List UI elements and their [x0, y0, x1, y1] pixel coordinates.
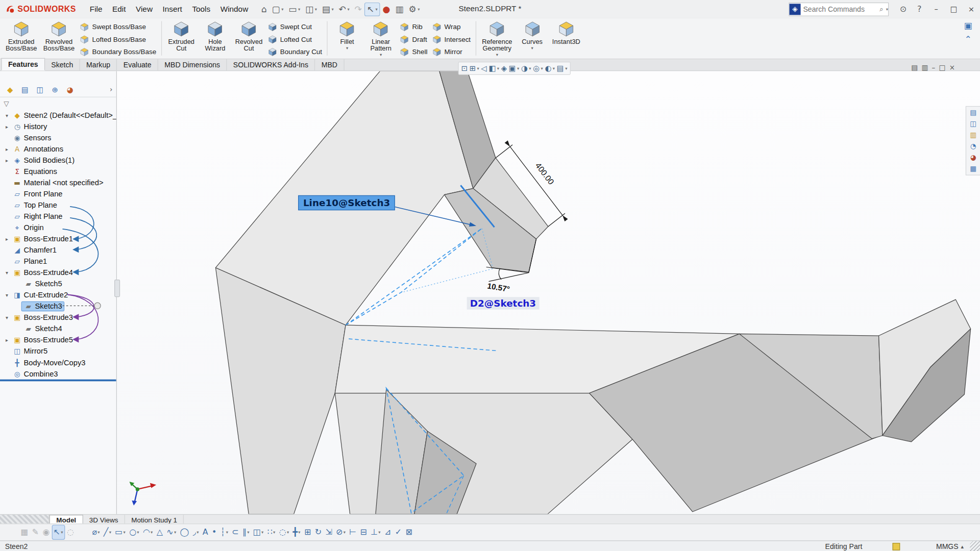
display-style-button[interactable]: ◑▾ — [521, 64, 531, 72]
tree-item-core[interactable]: ◈Solid Bodies(1) — [11, 156, 77, 165]
panel-expand-chevron-icon[interactable]: › — [110, 86, 112, 94]
propertymanager-tab-icon[interactable]: ▤ — [17, 85, 32, 94]
doc-close-button[interactable]: × — [949, 63, 955, 71]
tab-features[interactable]: Features — [1, 58, 45, 70]
convert-entities-button[interactable]: ⊂ — [231, 525, 240, 539]
dropdown-caret-icon[interactable]: ▾ — [174, 530, 176, 535]
bottom-tab-model[interactable]: Model — [50, 515, 83, 524]
tree-item-equations[interactable]: ΣEquations — [0, 166, 116, 177]
new-document-button[interactable]: ▢▾ — [270, 3, 285, 15]
tree-item-annotations[interactable]: ▸AAnnotations — [0, 143, 116, 155]
scale-entities-button[interactable]: ⇲ — [324, 525, 333, 539]
expand-arrow-icon[interactable]: ▸ — [3, 124, 11, 130]
mirror-entities-button[interactable]: ◫▾ — [252, 525, 264, 539]
close-button[interactable]: × — [963, 0, 980, 18]
tree-item-mirror5[interactable]: ◫Mirror5 — [0, 346, 116, 357]
menu-view[interactable]: View — [131, 1, 158, 18]
edit-appearance-button[interactable]: ◐▾ — [545, 64, 555, 72]
custom-properties-icon[interactable]: ▦ — [970, 165, 976, 173]
dropdown-caret-icon[interactable]: ▾ — [97, 530, 100, 535]
callout-line10[interactable]: Line10@Sketch3 — [298, 195, 395, 210]
open-button[interactable]: ▭▾ — [287, 3, 302, 15]
dropdown-caret-icon[interactable]: ▾ — [347, 7, 349, 12]
dropdown-caret-icon[interactable]: ▾ — [332, 7, 334, 12]
dropdown-caret-icon[interactable]: ▾ — [477, 66, 479, 71]
macro-record-button[interactable]: ● — [381, 3, 392, 15]
revolved-cut-button[interactable]: RevolvedCut — [232, 18, 265, 59]
previous-view-button[interactable]: ◁ — [481, 64, 486, 72]
linear-pattern-button[interactable]: LinearPattern▾ — [364, 18, 398, 59]
revolved-boss-base-button[interactable]: RevolvedBoss/Base — [40, 18, 78, 59]
mirror-button[interactable]: Mirror — [432, 47, 471, 56]
text-button[interactable]: A — [201, 525, 209, 539]
unit-system-selector[interactable]: MMGS — [936, 542, 959, 550]
instant3d-button[interactable]: Instant3D — [549, 18, 583, 59]
dropdown-caret-icon[interactable]: ▾ — [378, 530, 380, 535]
expand-arrow-icon[interactable]: ▸ — [3, 158, 11, 163]
swept-cut-button[interactable]: Swept Cut — [268, 22, 322, 31]
tree-item-boss-extrude5[interactable]: ▸▣Boss-Extrude5 — [0, 335, 116, 346]
extruded-cut-button[interactable]: ExtrudedCut — [164, 18, 198, 59]
tree-item-core[interactable]: ▰Sketch4 — [22, 324, 64, 333]
sketch-fillet-button[interactable]: ◞▾ — [191, 525, 200, 539]
tree-item-core[interactable]: ⌖Origin — [11, 223, 46, 232]
appearances-icon[interactable]: ◕ — [970, 154, 976, 162]
dropdown-caret-icon[interactable]: ▾ — [529, 66, 531, 71]
tree-item-history[interactable]: ▸◷History — [0, 121, 116, 132]
save-button[interactable]: ◫▾ — [303, 3, 318, 15]
zoom-area-button[interactable]: ⊞▾ — [470, 64, 479, 72]
select-button[interactable]: ↖▾ — [365, 3, 379, 15]
polygon-button[interactable]: △ — [155, 525, 164, 539]
angle-dimension-text[interactable]: 10.57° — [487, 281, 510, 293]
split-entities-button[interactable]: ⊟ — [359, 525, 368, 539]
task-pane-3dexperience-icon[interactable]: ▤ — [970, 109, 976, 117]
dropdown-caret-icon[interactable]: ▾ — [346, 45, 348, 51]
tree-item-core[interactable]: ΣEquations — [11, 167, 59, 176]
dropdown-caret-icon[interactable]: ▾ — [315, 7, 317, 12]
expand-arrow-icon[interactable]: ▾ — [3, 113, 11, 118]
zoom-fit-button[interactable]: ⊡ — [461, 64, 468, 72]
tree-item-chamfer1[interactable]: ◢Chamfer1 — [0, 244, 116, 256]
dropdown-caret-icon[interactable]: ▾ — [418, 7, 420, 12]
viewport-pane-right-icon[interactable]: ▥ — [921, 63, 928, 71]
select-button[interactable]: ↖▾ — [52, 525, 64, 539]
tree-item-core[interactable]: ▣Boss-Extrude4 — [11, 268, 75, 277]
dropdown-caret-icon[interactable]: ▾ — [517, 66, 519, 71]
dropdown-caret-icon[interactable]: ▾ — [247, 530, 249, 535]
fillet-button[interactable]: Fillet▾ — [330, 18, 364, 59]
tree-item-core[interactable]: AAnnotations — [11, 145, 65, 154]
expand-arrow-icon[interactable]: ▸ — [3, 146, 11, 152]
dropdown-caret-icon[interactable]: ▾ — [273, 530, 275, 535]
linear-sketch-pattern-button[interactable]: ∷▾ — [266, 525, 277, 539]
tree-filter-icon[interactable]: ▽ — [4, 100, 9, 108]
corner-rectangle-button[interactable]: ▭▾ — [114, 525, 127, 539]
home-button[interactable]: ⌂ — [259, 3, 268, 15]
dropdown-caret-icon[interactable]: ▾ — [197, 530, 199, 535]
shell-button[interactable]: Shell — [400, 47, 427, 56]
dropdown-caret-icon[interactable]: ▾ — [298, 7, 300, 12]
tree-item-core[interactable]: ▣Boss-Extrude5 — [11, 336, 75, 344]
collapse-ribbon-icon[interactable]: ⌃ — [960, 34, 976, 44]
section-view-button[interactable]: ◧▾ — [488, 64, 499, 72]
circle-button[interactable]: ○▾ — [128, 525, 140, 539]
tree-item-material-not-specified[interactable]: ▬Material <not specified> — [0, 177, 116, 188]
search-icon[interactable]: ⌕ — [879, 5, 885, 13]
tree-item-core[interactable]: ◨Cut-Extrude2 — [11, 291, 70, 299]
tree-item-core[interactable]: ▣Boss-Extrude3 — [11, 313, 75, 322]
tree-item-sketch4[interactable]: ▰Sketch4 — [0, 323, 116, 335]
resize-grip[interactable] — [970, 541, 980, 551]
tree-item-core[interactable]: ▱Top Plane — [11, 201, 59, 210]
tree-item-core[interactable]: ◎Combine3 — [11, 369, 60, 378]
tab-markup[interactable]: Markup — [80, 59, 117, 70]
intersect-button[interactable]: Intersect — [432, 35, 471, 43]
dropdown-caret-icon[interactable]: ▾ — [287, 530, 289, 535]
tree-item-core[interactable]: ◷History — [11, 122, 49, 131]
move-entities-button[interactable]: ╋▾ — [291, 525, 302, 539]
rotate-entities-button[interactable]: ↻ — [313, 525, 323, 539]
capture-3d-view-icon[interactable]: ▣ — [960, 20, 976, 31]
arc-button[interactable]: ◠▾ — [142, 525, 154, 539]
point-button[interactable]: • — [211, 525, 218, 539]
boundary-boss-base-button[interactable]: Boundary Boss/Base — [80, 47, 156, 56]
dropdown-caret-icon[interactable]: ▾ — [226, 530, 228, 535]
tab-mbd[interactable]: MBD — [315, 59, 344, 70]
